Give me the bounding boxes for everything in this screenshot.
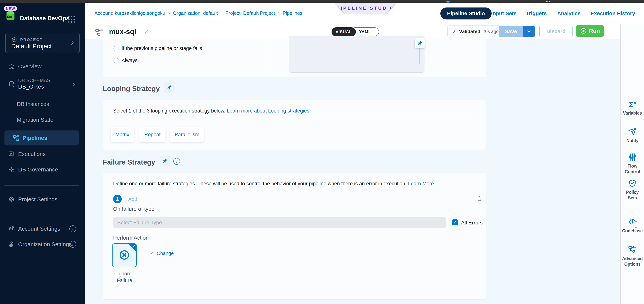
tab-label: Triggers [526,11,546,17]
edit-pencil-icon[interactable] [144,29,150,35]
divider [113,120,476,120]
sidebar-item-organization-settings[interactable]: Organization Settings i [0,238,85,250]
validated-badge[interactable]: ✓ Validated 26s ago [447,26,503,38]
rail-item-advanced-options[interactable]: Advanced Options [621,245,644,267]
tab-analytics[interactable]: Analytics [557,8,580,20]
visual-yaml-toggle: VISUAL YAML [332,27,379,36]
pipeline-icon [13,134,20,142]
gear-icon [8,166,15,173]
sidebar-item-pipelines[interactable]: Pipelines [4,130,79,145]
looping-strategy-title: Looping Strategy [103,85,160,93]
rail-item-flow-control[interactable]: Flow Control [621,153,644,174]
expression-panel[interactable] [289,36,424,73]
rail-label: Flow Control [622,163,643,174]
pipeline-name: mux-sql [109,28,136,36]
info-icon[interactable]: i [69,225,76,232]
breadcrumb-organization[interactable]: Organization: default [173,10,218,16]
topbar-mark [546,1,548,2]
sidebar-item-executions[interactable]: Executions [0,148,85,160]
radio-label: Always [122,58,138,64]
rail-item-notify[interactable]: Notify [621,127,644,143]
looping-description: Select 1 of the 3 looping execution stra… [113,108,309,114]
paper-plane-icon [628,127,637,136]
failure-learn-more-link[interactable]: Learn More [408,181,434,186]
pin-button[interactable] [415,38,425,48]
delete-strategy-icon[interactable] [476,195,484,203]
sidebar-item-account-settings[interactable]: Account Settings i [0,223,85,235]
sidebar-item-project-settings[interactable]: Project Settings [0,193,85,205]
all-errors-checkbox[interactable]: ✓ [452,219,458,225]
rail-item-codebase[interactable]: ! Codebase [621,217,644,234]
tab-input-sets[interactable]: Input Sets [491,8,516,20]
project-selector[interactable]: PROJECT Default Project [5,33,80,53]
action-name: Ignore Failure [112,270,137,284]
pin-button[interactable] [160,156,170,166]
info-icon[interactable]: i [69,241,76,248]
save-dropdown-button[interactable] [523,26,535,37]
sidebar-item-label: DB Governance [18,166,58,173]
vertical-divider [269,39,269,77]
add-strategy-link[interactable]: +Add [125,196,137,202]
ignore-failure-action-card[interactable]: ✓ [112,243,137,267]
tab-label: Execution History [590,11,635,17]
breadcrumb-page[interactable]: Pipelines [283,10,302,16]
chevron-separator: › [278,10,280,16]
rail-item-variables[interactable]: Σ× Variables [621,99,644,116]
rail-label: Codebase [622,228,643,234]
discard-label: Discard [546,29,566,35]
sidebar-item-migration-state[interactable]: Migration State [0,114,85,125]
parallelism-button[interactable]: Parallelism [170,127,204,142]
toggle-visual[interactable]: VISUAL [332,27,356,36]
rail-label: Advanced Options [622,256,643,267]
radio-previous-fails[interactable] [114,46,119,51]
edit-pencil-icon [150,251,155,256]
repeat-button[interactable]: Repeat [139,127,166,142]
chevron-right-icon [70,39,75,46]
project-name: Default Project [11,43,52,50]
looping-learn-more-link[interactable]: Learn more about Looping strategies [227,108,309,114]
breadcrumb-account[interactable]: Account: kurosakiichigo.songoku [94,10,165,16]
failure-type-select[interactable] [113,217,446,228]
failure-strategy-title: Failure Strategy [103,158,155,166]
matrix-button[interactable]: Matrix [111,127,134,142]
divider [4,185,79,186]
sidebar-item-label: Migration State [17,117,53,123]
breadcrumb-project[interactable]: Project: Default Project [225,10,275,16]
check-icon: ✓ [453,220,457,225]
play-circle-icon [580,28,587,34]
change-action-link[interactable]: Change [150,250,174,256]
looping-description-text: Select 1 of the 3 looping execution stra… [113,108,225,114]
right-rail: Σ× Variables Notify Flow Control [620,24,644,304]
matrix-label: Matrix [116,132,130,138]
sidebar-item-db-schemas[interactable]: DB SCHEMAS DB_Orkes [0,77,85,92]
pin-button[interactable] [164,82,174,93]
pipeline-gear-icon [628,245,637,254]
discard-button[interactable]: Discard [539,26,572,37]
save-button[interactable]: Save [499,26,523,37]
topbar-mark [549,1,550,2]
info-icon[interactable]: i [173,158,180,165]
radio-always[interactable] [114,58,119,64]
validated-label: Validated [459,29,480,35]
strategy-index-badge[interactable]: 1 [113,195,122,203]
tab-triggers[interactable]: Triggers [526,8,546,20]
tab-execution-history[interactable]: Execution History [590,8,635,20]
database-devops-logo-icon[interactable] [4,10,16,22]
chevron-separator: › [221,10,222,16]
module-grid-icon[interactable] [68,16,75,23]
pipeline-studio-tag-label: PIPELINE STUDIO [336,6,395,11]
sidebar-item-overview[interactable]: Overview [0,60,85,73]
save-label: Save [505,29,517,35]
run-button[interactable]: Run [576,25,604,37]
validated-time: 26s ago [483,29,498,34]
tab-pipeline-studio[interactable]: Pipeline Studio [440,8,492,20]
sidebar-item-db-instances[interactable]: DB Instances [0,99,85,110]
sidebar-item-label: DB_Orkes [18,84,44,90]
rail-item-policy-sets[interactable]: Policy Sets [621,179,644,201]
save-split-button: Save [499,26,535,37]
toggle-label: VISUAL [336,29,352,34]
warning-badge-icon: ! [633,221,639,228]
panel-scrollbar[interactable] [419,48,420,64]
info-glyph: i [72,227,73,231]
sidebar-item-db-governance[interactable]: DB Governance [0,163,85,176]
